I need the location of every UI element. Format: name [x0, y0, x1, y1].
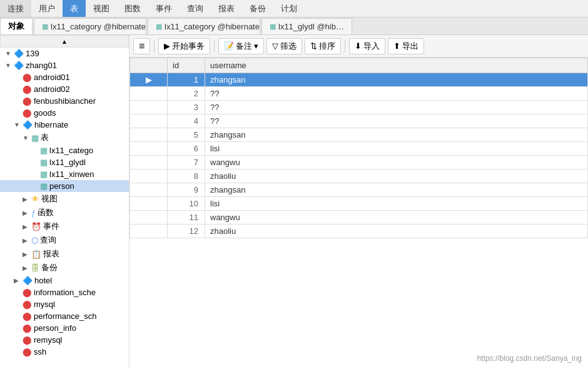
table-row[interactable]: 3?? [130, 101, 588, 114]
arrow-zhang01-name: ▼ [5, 62, 14, 69]
table-row[interactable]: 2?? [130, 87, 588, 101]
funcs-icon: ƒ [31, 208, 36, 218]
cell-id: 10 [168, 197, 205, 211]
sidebar-item-funcs[interactable]: ▶ ƒ 函数 [0, 206, 129, 220]
main-layout: ▲ ▼ 🔷 139 ▼ 🔷 zhang01 ⬤ android01 ⬤ andr… [0, 35, 588, 369]
sidebar-item-fenbushi[interactable]: ⬤ fenbushibiancher [0, 95, 129, 107]
scroll-up-btn[interactable]: ▲ [0, 35, 129, 48]
transaction-icon: ▶ [164, 41, 170, 51]
tab-2-label: lx11_category @hibernate (… [165, 22, 260, 31]
sidebar-item-backup[interactable]: ▶ 🗄 备份 [0, 261, 129, 275]
sidebar-item-lx11glydl[interactable]: ▦ lx11_glydl [0, 156, 129, 168]
table-row[interactable]: 11wangwu [130, 211, 588, 225]
sidebar-item-reports[interactable]: ▶ 📋 报表 [0, 247, 129, 261]
table-row[interactable]: 7wangwu [130, 156, 588, 169]
sidebar-item-zhang01-name[interactable]: ▼ 🔷 zhang01 [0, 59, 129, 71]
sidebar-item-infschema[interactable]: ⬤ information_sche [0, 286, 129, 298]
row-indicator [130, 169, 168, 183]
cell-id: 1 [168, 73, 205, 87]
db-icon-zhang01-name: 🔷 [14, 61, 24, 70]
table-row[interactable]: 5zhangsan [130, 128, 588, 142]
tab-2[interactable]: ▦ lx11_category @hibernate (… [148, 18, 260, 34]
tab-object[interactable]: 对象 [0, 18, 33, 34]
import-button[interactable]: ⬇ 导入 [349, 38, 385, 54]
table-row[interactable]: 4?? [130, 114, 588, 128]
row-indicator [130, 225, 168, 238]
cell-id: 8 [168, 169, 205, 183]
sidebar-item-personinfo[interactable]: ⬤ person_info [0, 322, 129, 334]
sidebar-item-mysql[interactable]: ⬤ mysql [0, 298, 129, 310]
sidebar-item-perfschema[interactable]: ⬤ performance_sch [0, 310, 129, 322]
table-row[interactable]: 8zhaoliu [130, 169, 588, 183]
table-row[interactable]: ▶1zhangsan [130, 73, 588, 87]
label-android01: android01 [34, 73, 70, 82]
nav-schedule[interactable]: 计划 [273, 0, 305, 17]
sidebar-item-hotel[interactable]: ▶ 🔷 hotel [0, 275, 129, 286]
arrow-views: ▶ [23, 196, 31, 203]
sort-label: 排序 [319, 41, 335, 52]
sidebar-item-person[interactable]: ▦ person [0, 180, 129, 192]
nav-report[interactable]: 报表 [211, 0, 242, 17]
label-hotel: hotel [34, 276, 52, 285]
nav-connection[interactable]: 连接 [0, 0, 31, 17]
nav-event[interactable]: 事件 [148, 0, 180, 17]
table-icon-2: ▦ [156, 23, 162, 31]
table-row[interactable]: 6lisi [130, 142, 588, 156]
views-icon: 👁 [31, 195, 39, 204]
arrow-queries: ▶ [23, 237, 31, 244]
nav-table[interactable]: 表 [63, 0, 86, 17]
start-transaction-button[interactable]: ▶ 开始事务 [158, 38, 210, 54]
sidebar-item-remysql[interactable]: ⬤ remysql [0, 334, 129, 346]
top-nav: 连接 用户 表 视图 图数 事件 查询 报表 备份 计划 [0, 0, 588, 18]
table-row[interactable]: 10lisi [130, 197, 588, 211]
queries-icon: ⬡ [31, 236, 38, 245]
cell-username: wangwu [205, 156, 588, 169]
row-indicator [130, 101, 168, 114]
nav-backup[interactable]: 备份 [242, 0, 273, 17]
nav-view[interactable]: 视图 [86, 0, 117, 17]
table-row[interactable]: 12zhaoliu [130, 225, 588, 238]
row-indicator [130, 142, 168, 156]
export-button[interactable]: ⬆ 导出 [388, 38, 424, 54]
nav-user[interactable]: 用户 [31, 0, 63, 17]
tab-3[interactable]: ▦ lx11_glydl @hib… [261, 18, 352, 34]
sidebar-item-tables[interactable]: ▼ ▦ 表 [0, 131, 129, 144]
table-icon-1: ▦ [42, 23, 48, 31]
sidebar-item-lx11xinwen[interactable]: ▦ lx11_xinwen [0, 168, 129, 180]
comment-dropdown-icon: ▾ [254, 41, 258, 51]
nav-query[interactable]: 查询 [180, 0, 211, 17]
data-table: id username ▶1zhangsan2??3??4??5zhangsan… [129, 58, 588, 238]
col-header-id[interactable]: id [168, 58, 205, 73]
comment-label: 备注 [236, 41, 252, 52]
sidebar-item-zhang01[interactable]: ▼ 🔷 139 [0, 48, 129, 59]
sidebar-item-android01[interactable]: ⬤ android01 [0, 71, 129, 83]
reports-icon: 📋 [31, 250, 41, 259]
tab-1[interactable]: ▦ lx11_category @hibernate (… [34, 18, 146, 34]
cell-username: zhaoliu [205, 169, 588, 183]
comment-button[interactable]: 📝 备注 ▾ [218, 38, 264, 54]
label-lx11glydl: lx11_glydl [49, 158, 86, 167]
sidebar-item-views[interactable]: ▶ 👁 视图 [0, 192, 129, 206]
cell-id: 2 [168, 87, 205, 101]
cell-id: 11 [168, 211, 205, 225]
filter-button[interactable]: ▽ 筛选 [266, 38, 302, 54]
col-header-username[interactable]: username [205, 58, 588, 73]
sidebar-item-queries[interactable]: ▶ ⬡ 查询 [0, 233, 129, 247]
arrow-tables: ▼ [23, 134, 31, 141]
sidebar-item-goods[interactable]: ⬤ goods [0, 107, 129, 119]
sidebar-item-events[interactable]: ▶ ⏰ 事件 [0, 220, 129, 233]
sidebar-item-lx11catego[interactable]: ▦ lx11_catego [0, 144, 129, 156]
sidebar-item-ssh[interactable]: ⬤ ssh [0, 346, 129, 358]
cell-id: 12 [168, 225, 205, 238]
cell-id: 3 [168, 101, 205, 114]
nav-func[interactable]: 图数 [117, 0, 148, 17]
cell-username: lisi [205, 142, 588, 156]
label-lx11catego: lx11_catego [49, 146, 93, 155]
menu-button[interactable]: ≡ [133, 38, 150, 54]
sidebar-item-android02[interactable]: ⬤ android02 [0, 83, 129, 95]
table-row[interactable]: 9zhangsan [130, 183, 588, 197]
export-label: 导出 [402, 41, 418, 52]
sort-button[interactable]: ⇅ 排序 [305, 38, 341, 54]
label-perfschema: performance_sch [34, 311, 96, 321]
sidebar-item-hibernate[interactable]: ▼ 🔷 hibernate [0, 119, 129, 131]
